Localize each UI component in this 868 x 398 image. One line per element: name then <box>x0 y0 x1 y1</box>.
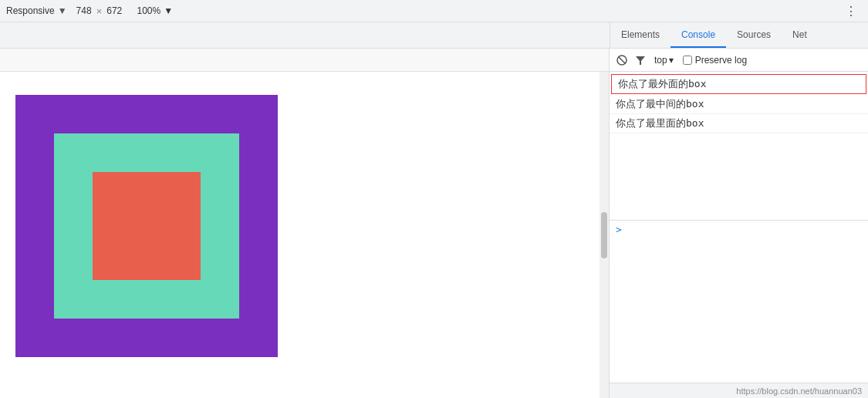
bottom-bar: https://blog.csdn.net/huannuan03 <box>610 383 868 398</box>
devtools-tabs: Elements Console Sources Net <box>0 22 868 49</box>
console-prompt: > <box>616 224 622 235</box>
zoom-value: 100% <box>137 5 160 16</box>
context-selector[interactable]: top ▾ <box>651 53 677 67</box>
tab-network[interactable]: Net <box>782 22 818 48</box>
tab-console[interactable]: Console <box>670 22 726 48</box>
filter-icon <box>635 55 646 66</box>
console-empty-area <box>610 238 868 383</box>
zoom-selector[interactable]: 100% ▼ <box>137 5 173 16</box>
responsive-selector[interactable]: Responsive ▼ <box>6 5 67 16</box>
webpage-view <box>0 49 610 398</box>
preserve-log-checkbox[interactable] <box>683 56 692 65</box>
svg-marker-2 <box>636 56 645 65</box>
block-icon <box>616 55 627 66</box>
console-messages: 你点了最外面的box 你点了最中间的box 你点了最里面的box <box>610 72 868 220</box>
toolbar-menu-icon[interactable]: ⋮ <box>840 2 862 20</box>
context-label: top <box>654 55 667 66</box>
svg-line-1 <box>619 56 626 63</box>
scrollbar-thumb[interactable] <box>601 212 607 258</box>
scrollbar-area <box>599 72 609 398</box>
preserve-log-area: Preserve log <box>683 55 747 66</box>
viewport-width[interactable]: 748 <box>76 5 92 16</box>
console-message-3: 你点了最里面的box <box>610 114 868 133</box>
devtools-right-panel: Elements Console Sources Net <box>610 22 868 48</box>
block-messages-button[interactable] <box>614 52 630 68</box>
tab-sources[interactable]: Sources <box>726 22 782 48</box>
console-pane: top ▾ Preserve log 你点了最外面的box 你点了最中间的box… <box>610 49 868 398</box>
devtools-left-panel <box>0 22 610 48</box>
preserve-log-label[interactable]: Preserve log <box>695 55 747 66</box>
main-content: top ▾ Preserve log 你点了最外面的box 你点了最中间的box… <box>0 49 868 398</box>
console-toolbar: top ▾ Preserve log <box>610 49 868 72</box>
responsive-arrow: ▼ <box>58 5 67 16</box>
zoom-arrow: ▼ <box>164 5 173 16</box>
console-message-2: 你点了最中间的box <box>610 95 868 114</box>
tab-elements[interactable]: Elements <box>610 22 670 48</box>
console-input-area: > <box>610 220 868 238</box>
filter-button[interactable] <box>633 52 648 68</box>
top-toolbar: Responsive ▼ 748 × 672 100% ▼ ⋮ <box>0 0 868 22</box>
demo-page <box>0 72 609 398</box>
console-message-1: 你点了最外面的box <box>611 74 866 94</box>
footer-url: https://blog.csdn.net/huannuan03 <box>736 386 862 396</box>
middle-box[interactable] <box>54 133 239 319</box>
viewport-height[interactable]: 672 <box>106 5 122 16</box>
outer-box[interactable] <box>15 95 278 357</box>
responsive-label-text: Responsive <box>6 5 55 16</box>
zoom-separator <box>127 5 132 17</box>
ruler-area <box>0 49 609 72</box>
inner-box[interactable] <box>93 172 201 280</box>
console-input[interactable] <box>625 224 862 235</box>
context-arrow: ▾ <box>669 55 674 66</box>
cross-symbol: × <box>96 5 103 17</box>
